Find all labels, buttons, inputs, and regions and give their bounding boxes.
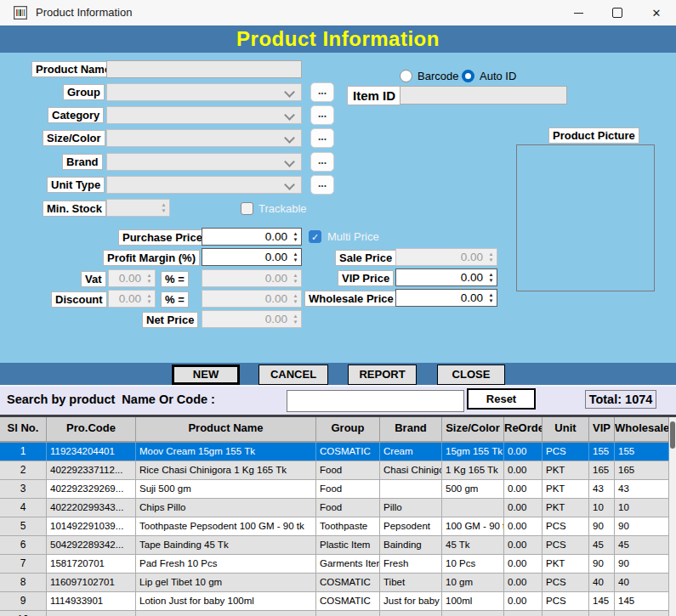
column-header[interactable]: Wholesale: [615, 417, 669, 441]
minimize-button[interactable]: [559, 0, 598, 25]
table-cell: 100 GM - 90 tk: [442, 517, 504, 535]
chevron-down-icon: [284, 179, 295, 190]
profit-margin-stepper[interactable]: 0.00 ▲▼: [202, 248, 302, 266]
spinner-arrows-icon[interactable]: ▲▼: [144, 291, 155, 307]
column-header[interactable]: Pro.Code: [47, 417, 136, 441]
category-select[interactable]: [106, 106, 302, 124]
scrollbar-thumb[interactable]: [670, 421, 675, 449]
unit-type-select[interactable]: [106, 176, 302, 194]
unit-type-browse-button[interactable]: ...: [310, 175, 334, 195]
column-header[interactable]: Size/Color: [442, 417, 504, 441]
brand-browse-button[interactable]: ...: [310, 152, 334, 172]
product-name-input[interactable]: [106, 60, 302, 78]
column-header[interactable]: Group: [316, 417, 380, 441]
product-grid: Sl No.Pro.CodeProduct NameGroupBrandSize…: [0, 417, 676, 616]
close-button[interactable]: ✕: [637, 0, 676, 25]
spinner-arrows-icon[interactable]: ▲▼: [144, 270, 155, 286]
maximize-button[interactable]: [598, 0, 637, 25]
table-cell: 9: [0, 592, 47, 610]
table-cell: PKT: [543, 480, 589, 498]
spinner-arrows-icon[interactable]: ▲▼: [486, 249, 497, 265]
product-information-window: Product Information ✕ Product Informatio…: [0, 0, 676, 616]
brand-select[interactable]: [106, 153, 302, 171]
group-browse-button[interactable]: ...: [310, 82, 334, 102]
column-header[interactable]: VIP: [589, 417, 615, 441]
item-id-input[interactable]: [400, 86, 567, 105]
table-row[interactable]: 71581720701Pad Fresh 10 PcsGarments Item…: [0, 555, 676, 574]
size-color-browse-button[interactable]: ...: [310, 128, 334, 148]
spinner-arrows-icon[interactable]: ▲▼: [158, 200, 169, 216]
vat-percent-value: 0.00: [109, 270, 144, 286]
table-cell: Food: [316, 461, 380, 479]
column-header[interactable]: Sl No.: [0, 417, 47, 441]
spinner-arrows-icon[interactable]: ▲▼: [486, 269, 497, 285]
net-price-stepper[interactable]: 0.00 ▲▼: [202, 310, 302, 328]
auto-id-radio-label: Auto ID: [480, 70, 516, 82]
table-row[interactable]: 10: [0, 611, 676, 616]
report-button[interactable]: REPORT: [348, 365, 417, 385]
discount-percent-stepper[interactable]: 0.00 ▲▼: [108, 290, 156, 308]
table-cell: Pad Fresh 10 Pcs: [136, 555, 316, 573]
chevron-down-icon: [284, 133, 295, 144]
discount-amount-stepper[interactable]: 0.00 ▲▼: [202, 290, 302, 308]
search-input[interactable]: [287, 390, 464, 412]
vat-amount-stepper[interactable]: 0.00 ▲▼: [202, 269, 302, 287]
column-header[interactable]: ReOrder: [504, 417, 543, 441]
wholesale-price-label: Wholesale Price: [304, 291, 398, 307]
vat-percent-stepper[interactable]: 0.00 ▲▼: [108, 269, 156, 287]
category-browse-button[interactable]: ...: [310, 105, 334, 125]
table-row[interactable]: 2402292337112...Rice Chasi Chinigora 1 K…: [0, 461, 676, 480]
table-row[interactable]: 91114933901Lotion Just for baby 100mlCOS…: [0, 592, 676, 611]
spinner-arrows-icon[interactable]: ▲▼: [290, 291, 301, 307]
chevron-down-icon: [284, 156, 295, 167]
barcode-radio[interactable]: [400, 70, 412, 82]
table-cell: [380, 611, 442, 616]
spinner-arrows-icon[interactable]: ▲▼: [290, 249, 301, 265]
table-cell: 500 gm: [442, 480, 504, 498]
table-cell: 90: [615, 517, 669, 535]
table-cell: 0.00: [504, 443, 543, 461]
table-cell: 45 Tk: [442, 536, 504, 554]
table-row[interactable]: 1119234204401Moov Cream 15gm 155 TkCOSMA…: [0, 443, 676, 461]
table-cell: Fresh: [380, 555, 442, 573]
close-action-button[interactable]: CLOSE: [437, 365, 505, 385]
wholesale-price-stepper[interactable]: 0.00 ▲▼: [395, 289, 497, 307]
profit-margin-value: 0.00: [202, 249, 290, 265]
table-cell: 0.00: [504, 592, 543, 610]
vat-equals-label: % =: [161, 271, 189, 287]
column-header[interactable]: Unit: [543, 417, 589, 441]
table-row[interactable]: 6504292289342...Tape Bainding 45 TkPlast…: [0, 536, 676, 555]
group-select[interactable]: [106, 83, 302, 101]
multi-price-checkbox[interactable]: ✓: [309, 230, 321, 243]
table-row[interactable]: 8116097102701Lip gel Tibet 10 gmCOSMATIC…: [0, 574, 676, 592]
vertical-scrollbar[interactable]: [669, 417, 676, 616]
table-cell: COSMATIC: [316, 592, 380, 610]
vip-price-stepper[interactable]: 0.00 ▲▼: [395, 268, 497, 286]
spinner-arrows-icon[interactable]: ▲▼: [290, 270, 301, 286]
table-cell: 10 Pcs: [442, 555, 504, 573]
cancel-button[interactable]: CANCEL: [258, 365, 328, 385]
vat-label: Vat: [81, 271, 106, 287]
title-bar: Product Information ✕: [0, 0, 676, 25]
spinner-arrows-icon[interactable]: ▲▼: [290, 229, 301, 245]
table-cell: 90: [589, 517, 615, 535]
spinner-arrows-icon[interactable]: ▲▼: [486, 290, 497, 306]
table-row[interactable]: 4402220299343...Chips PilloFoodPillo0.00…: [0, 499, 676, 517]
table-row[interactable]: 5101492291039...Toothpaste Pepsodent 100…: [0, 517, 676, 536]
trackable-checkbox[interactable]: [241, 202, 253, 215]
table-cell: [316, 611, 380, 616]
min-stock-stepper[interactable]: ▲▼: [106, 199, 170, 217]
table-cell: PCS: [543, 517, 589, 535]
sale-price-stepper[interactable]: 0.00 ▲▼: [395, 248, 497, 266]
new-button[interactable]: NEW: [172, 365, 240, 385]
spinner-arrows-icon[interactable]: ▲▼: [290, 311, 301, 327]
purchase-price-stepper[interactable]: 0.00 ▲▼: [202, 228, 302, 246]
table-row[interactable]: 3402292329269...Suji 500 gmFood500 gm0.0…: [0, 480, 676, 499]
column-header[interactable]: Brand: [380, 417, 442, 441]
column-header[interactable]: Product Name: [136, 417, 316, 441]
auto-id-radio[interactable]: [462, 70, 474, 82]
chevron-down-icon: [284, 87, 295, 98]
reset-button[interactable]: Reset: [467, 388, 536, 410]
grid-body: 1119234204401Moov Cream 15gm 155 TkCOSMA…: [0, 443, 676, 616]
size-color-select[interactable]: [106, 129, 302, 147]
